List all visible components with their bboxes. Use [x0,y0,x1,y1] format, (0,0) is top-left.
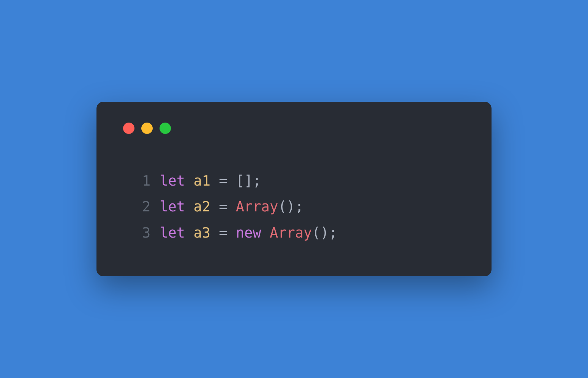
token-keyword: new [236,225,261,241]
token-class: Array [236,198,278,215]
line-number: 1 [142,168,150,194]
token-keyword: let [160,225,185,241]
traffic-lights [123,123,469,134]
token-operator: = [219,225,227,241]
token-default [228,198,236,215]
token-default [228,225,236,241]
code-line: 2let a2 = Array(); [142,194,469,220]
editor-window: 1let a1 = [];2let a2 = Array();3let a3 =… [96,102,492,276]
token-punctuation: []; [236,173,261,189]
token-punctuation: (); [312,225,337,241]
token-identifier: a2 [193,198,210,215]
code-area: 1let a1 = [];2let a2 = Array();3let a3 =… [142,168,469,246]
token-default [210,173,219,189]
code-line: 1let a1 = []; [142,168,469,194]
token-default [261,225,270,241]
token-default [185,173,193,189]
token-default [185,198,193,215]
token-default [210,198,219,215]
token-operator: = [219,198,227,215]
line-number: 3 [142,220,150,246]
line-content: let a2 = Array(); [160,194,303,220]
code-line: 3let a3 = new Array(); [142,220,469,246]
token-default [210,225,219,241]
minimize-icon[interactable] [141,123,153,134]
maximize-icon[interactable] [160,123,171,134]
line-content: let a1 = []; [160,168,261,194]
token-identifier: a1 [193,173,210,189]
token-identifier: a3 [193,225,210,241]
token-class: Array [270,225,312,241]
token-operator: = [219,173,227,189]
token-punctuation: (); [278,198,303,215]
token-keyword: let [160,173,185,189]
line-content: let a3 = new Array(); [160,220,337,246]
token-default [228,173,236,189]
token-keyword: let [160,198,185,215]
token-default [185,225,193,241]
close-icon[interactable] [123,123,134,134]
line-number: 2 [142,194,150,220]
